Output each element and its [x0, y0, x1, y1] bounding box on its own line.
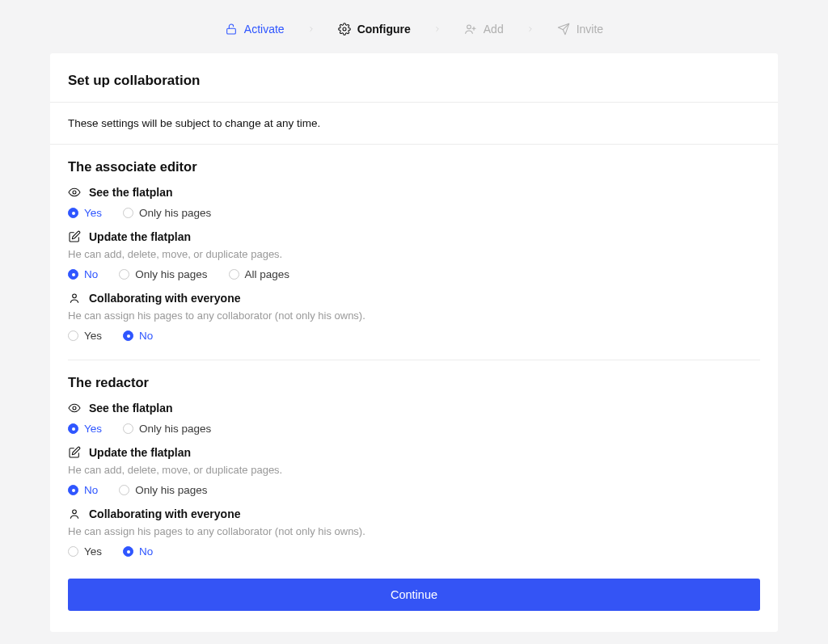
step-label: Add: [484, 23, 504, 36]
role-title: The redactor: [68, 375, 760, 390]
setting-label: Collaborating with everyone: [89, 507, 240, 520]
radio-label: All pages: [245, 268, 290, 280]
radio-group: YesOnly his pages: [68, 207, 760, 219]
step-label: Configure: [357, 23, 411, 36]
step-add[interactable]: Add: [464, 23, 504, 36]
radio-option[interactable]: Yes: [68, 423, 102, 435]
radio-icon: [123, 546, 133, 557]
setting-head: See the flatplan: [68, 186, 760, 199]
radio-option[interactable]: Yes: [68, 207, 102, 219]
radio-option[interactable]: Only his pages: [119, 268, 207, 280]
step-activate[interactable]: Activate: [225, 23, 285, 36]
chevron-right-icon: [433, 23, 441, 36]
stepper: ActivateConfigureAddInvite: [50, 0, 778, 53]
user-icon: [68, 292, 81, 305]
radio-option[interactable]: All pages: [229, 268, 290, 280]
svg-point-5: [73, 406, 76, 410]
svg-point-1: [343, 27, 346, 31]
svg-point-4: [73, 294, 77, 298]
role-title: The associate editor: [68, 159, 760, 175]
eye-icon: [68, 402, 81, 415]
page-title: Set up collaboration: [68, 73, 760, 102]
setting-desc: He can assign his pages to any collabora…: [68, 309, 760, 322]
divider: [68, 360, 760, 360]
radio-label: No: [84, 268, 98, 280]
radio-icon: [68, 423, 78, 434]
radio-option[interactable]: Only his pages: [119, 484, 207, 496]
svg-rect-0: [227, 28, 236, 34]
setting: See the flatplanYesOnly his pages: [68, 402, 760, 435]
radio-icon: [68, 546, 78, 557]
radio-icon: [123, 423, 133, 434]
setting-head: Update the flatplan: [68, 446, 760, 459]
radio-icon: [68, 208, 78, 218]
chevron-right-icon: [307, 23, 315, 36]
eye-icon: [68, 186, 81, 199]
radio-icon: [68, 269, 78, 280]
radio-icon: [123, 208, 133, 218]
radio-group: YesNo: [68, 545, 760, 558]
radio-label: Only his pages: [139, 207, 211, 219]
radio-option[interactable]: Only his pages: [123, 207, 211, 219]
setting: See the flatplanYesOnly his pages: [68, 186, 760, 219]
radio-group: YesNo: [68, 330, 760, 342]
setting-head: Collaborating with everyone: [68, 507, 760, 520]
continue-button[interactable]: Continue: [68, 579, 760, 611]
radio-icon: [68, 485, 78, 495]
radio-option[interactable]: Yes: [68, 545, 102, 558]
chevron-right-icon: [526, 23, 534, 36]
step-invite[interactable]: Invite: [557, 23, 603, 36]
setting-desc: He can add, delete, move, or duplicate p…: [68, 464, 760, 476]
user-icon: [68, 507, 81, 520]
setting-label: See the flatplan: [89, 186, 172, 199]
step-configure[interactable]: Configure: [338, 23, 411, 36]
setting-label: See the flatplan: [89, 402, 172, 415]
radio-option[interactable]: Only his pages: [123, 423, 211, 435]
radio-label: Yes: [84, 207, 102, 219]
radio-option[interactable]: No: [68, 484, 98, 496]
send-icon: [557, 23, 570, 36]
radio-label: Only his pages: [135, 268, 207, 280]
radio-group: NoOnly his pages: [68, 484, 760, 496]
step-label: Invite: [577, 23, 603, 36]
page-subtitle: These settings will be subject to change…: [68, 103, 760, 144]
radio-label: Only his pages: [135, 484, 207, 496]
radio-option[interactable]: No: [123, 545, 153, 558]
radio-label: No: [139, 330, 153, 342]
svg-point-3: [73, 191, 76, 194]
radio-icon: [68, 330, 78, 341]
setting: Collaborating with everyoneHe can assign…: [68, 292, 760, 342]
card: Set up collaboration These settings will…: [50, 53, 778, 632]
radio-label: Yes: [84, 330, 102, 342]
radio-label: Only his pages: [139, 423, 211, 435]
radio-icon: [123, 330, 133, 341]
setting: Update the flatplanHe can add, delete, m…: [68, 230, 760, 280]
radio-option[interactable]: No: [68, 268, 98, 280]
radio-icon: [119, 269, 129, 280]
radio-option[interactable]: No: [123, 330, 153, 342]
setting-label: Collaborating with everyone: [89, 292, 240, 305]
svg-point-6: [73, 510, 77, 514]
divider: [50, 144, 778, 145]
setting-label: Update the flatplan: [89, 230, 191, 243]
radio-icon: [229, 269, 239, 280]
setting: Collaborating with everyoneHe can assign…: [68, 507, 760, 558]
setting-head: Collaborating with everyone: [68, 292, 760, 305]
radio-option[interactable]: Yes: [68, 330, 102, 342]
setting-desc: He can assign his pages to any collabora…: [68, 525, 760, 537]
step-label: Activate: [244, 23, 285, 36]
setting-head: Update the flatplan: [68, 230, 760, 243]
unlock-icon: [225, 23, 238, 36]
radio-label: No: [139, 545, 153, 558]
edit-icon: [68, 446, 81, 459]
radio-label: Yes: [84, 423, 102, 435]
setting-desc: He can add, delete, move, or duplicate p…: [68, 248, 760, 260]
radio-label: Yes: [84, 545, 102, 558]
radio-group: NoOnly his pagesAll pages: [68, 268, 760, 280]
radio-label: No: [84, 484, 98, 496]
setting-label: Update the flatplan: [89, 446, 191, 459]
edit-icon: [68, 230, 81, 243]
user-plus-icon: [464, 23, 477, 36]
setting: Update the flatplanHe can add, delete, m…: [68, 446, 760, 496]
radio-icon: [119, 485, 129, 495]
